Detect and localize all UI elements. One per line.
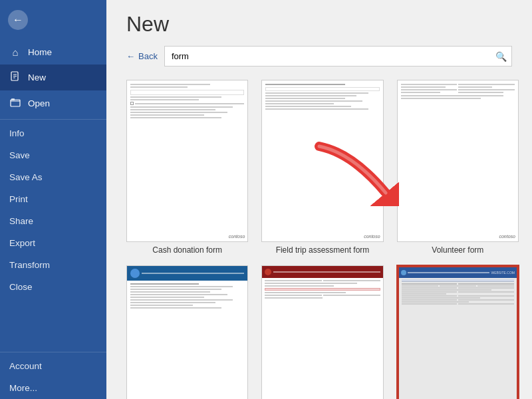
back-link[interactable]: ← Back	[126, 51, 158, 61]
search-input-wrapper: 🔍	[164, 46, 512, 66]
sidebar-item-export[interactable]: Export	[0, 232, 106, 254]
back-button[interactable]: ←	[8, 10, 28, 30]
sidebar-item-transform[interactable]: Transform	[0, 254, 106, 276]
page-title: New	[126, 12, 512, 37]
template-thumb-small-business: WEBSITE.COM	[397, 265, 519, 399]
template-thumb-field-trip: contoso	[261, 80, 383, 242]
home-icon: ⌂	[9, 47, 21, 58]
sidebar-divider	[0, 119, 106, 120]
sidebar-item-save-as[interactable]: Save As	[0, 166, 106, 188]
sidebar-top: ←	[0, 0, 106, 40]
template-item-no-show[interactable]: No show fee form healthc...	[126, 265, 248, 399]
search-input[interactable]	[164, 46, 512, 66]
sidebar-item-save[interactable]: Save	[0, 144, 106, 166]
sidebar-item-account[interactable]: Account	[0, 355, 106, 377]
template-thumb-membership: contoso	[261, 265, 383, 399]
template-label-field-trip: Field trip assessment form	[261, 245, 383, 255]
sidebar-item-label: New	[28, 72, 46, 82]
template-item-small-business[interactable]: WEBSITE.COM	[397, 265, 519, 399]
template-logo: contoso	[229, 234, 245, 239]
template-label-cash-donation: Cash donation form	[126, 245, 248, 255]
template-item-field-trip[interactable]: contoso Field trip assessment form	[261, 80, 383, 255]
templates-area: contoso Cash donation form	[106, 73, 532, 399]
new-icon	[9, 71, 21, 84]
search-icon: 🔍	[495, 51, 507, 62]
templates-grid: contoso Cash donation form	[126, 80, 519, 399]
template-logo: contoso	[364, 234, 380, 239]
template-thumb-no-show	[126, 265, 248, 399]
back-arrow-icon: ←	[126, 51, 135, 61]
main-content: New ← Back 🔍	[106, 0, 532, 399]
search-button[interactable]: 🔍	[495, 51, 507, 62]
sidebar-divider-bottom	[0, 352, 106, 352]
sidebar-item-label: Home	[28, 47, 52, 57]
template-item-cash-donation[interactable]: contoso Cash donation form	[126, 80, 248, 255]
sidebar-item-open[interactable]: Open	[0, 90, 106, 116]
sidebar-item-close[interactable]: Close	[0, 276, 106, 298]
sidebar-item-info[interactable]: Info	[0, 122, 106, 144]
template-thumb-volunteer: contoso	[397, 80, 519, 242]
sidebar-item-new[interactable]: New	[0, 65, 106, 90]
sidebar-item-more[interactable]: More...	[0, 377, 106, 399]
template-item-membership[interactable]: contoso Membership form	[261, 265, 383, 399]
sidebar-item-label: Open	[28, 98, 50, 108]
search-bar: ← Back 🔍	[126, 46, 512, 66]
open-icon	[9, 97, 21, 110]
template-logo: contoso	[499, 234, 515, 239]
template-item-volunteer[interactable]: contoso Volunteer form	[397, 80, 519, 255]
sidebar-item-home[interactable]: ⌂ Home	[0, 40, 106, 65]
sidebar: ← ⌂ Home New Open Info Save	[0, 0, 106, 399]
sidebar-item-share[interactable]: Share	[0, 210, 106, 232]
template-thumb-cash-donation: contoso	[126, 80, 248, 242]
sidebar-item-print[interactable]: Print	[0, 188, 106, 210]
main-header: New ← Back 🔍	[106, 0, 532, 73]
template-label-volunteer: Volunteer form	[397, 245, 519, 255]
svg-rect-5	[11, 98, 15, 100]
